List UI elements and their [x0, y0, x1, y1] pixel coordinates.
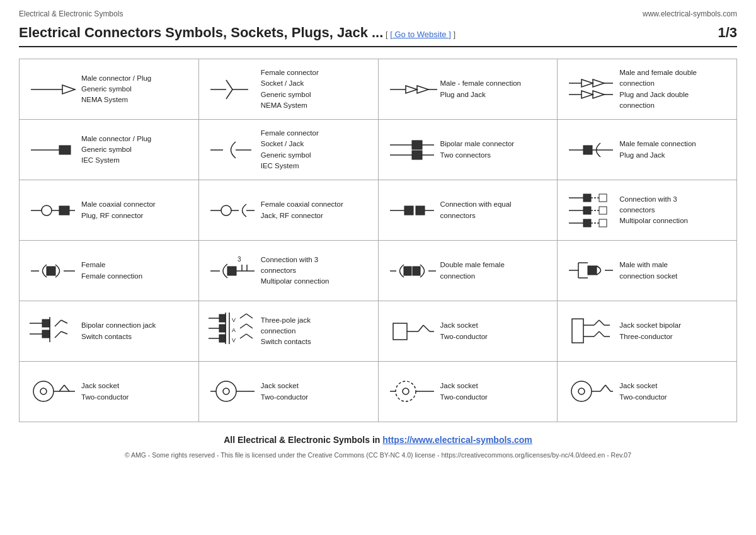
svg-point-131 [578, 388, 585, 394]
svg-rect-50 [583, 207, 591, 214]
title-link[interactable]: [ [ Go to Website ] ] [386, 30, 455, 39]
svg-line-120 [59, 385, 64, 391]
svg-marker-7 [406, 86, 417, 93]
cell-5-1: Bipolar connection jackSwitch contacts [20, 301, 199, 361]
cell-3-2: Female coaxial connectorJack, RF connect… [199, 180, 379, 240]
svg-line-98 [246, 314, 253, 318]
symbol-double-male-female [384, 255, 440, 287]
label-3-2: Female coaxial connectorJack, RF connect… [261, 199, 343, 221]
title-block: Electrical Connectors Symbols, Sockets, … [19, 25, 455, 41]
svg-line-83 [61, 320, 67, 323]
symbol-connection-3-multipolar [563, 188, 619, 233]
symbol-bipolar-male [384, 134, 440, 166]
svg-line-85 [61, 331, 67, 334]
svg-line-102 [246, 334, 253, 338]
svg-line-134 [605, 385, 610, 391]
svg-line-106 [423, 325, 430, 331]
svg-rect-67 [404, 267, 411, 275]
svg-line-115 [599, 331, 604, 337]
cell-4-2: 3 Connection with 3connectorsMultipolar … [199, 241, 379, 301]
cell-5-2: V A V Three-pole jackconnectionSwitch co… [199, 301, 379, 361]
svg-marker-15 [581, 91, 593, 98]
svg-line-84 [55, 331, 61, 338]
symbol-male-female-iec [563, 137, 619, 163]
svg-point-122 [216, 381, 236, 401]
svg-rect-35 [59, 206, 69, 215]
svg-rect-108 [572, 319, 583, 343]
svg-point-33 [42, 205, 52, 216]
cell-4-1: FemaleFemale connection [20, 241, 199, 301]
cell-6-1: Jack socketTwo-conductor [20, 362, 199, 422]
label-1-2: Female connectorSocket / JackGeneric sym… [261, 67, 319, 111]
cell-6-2: Jack socketTwo-conductor [199, 362, 379, 422]
svg-point-127 [403, 388, 409, 394]
svg-rect-54 [583, 219, 591, 227]
label-2-3: Bipolar male connectorTwo connectors [440, 139, 515, 161]
symbol-double-connection [563, 72, 619, 106]
symbol-jack-socket-bipolar [563, 314, 619, 348]
footer-link[interactable]: https://www.electrical-symbols.com [382, 435, 532, 445]
header-bar: Electrical & Electronic Symbols www.elec… [19, 9, 737, 18]
symbol-jack-socket-2cond [384, 316, 440, 347]
cell-3-3: Connection with equalconnectors [379, 180, 558, 240]
svg-marker-11 [581, 79, 593, 87]
grid-row-4: FemaleFemale connection 3 Connection wit… [20, 241, 736, 301]
cell-3-4: Connection with 3connectorsMultipolar co… [558, 180, 736, 240]
symbol-male-male-socket [563, 253, 619, 288]
grid-row-6: Jack socketTwo-conductor Jack socketTwo-… [20, 362, 736, 422]
svg-rect-89 [219, 325, 226, 332]
svg-text:V: V [232, 317, 236, 323]
symbol-bipolar-jack-switch [25, 314, 81, 348]
grid-row-5: Bipolar connection jackSwitch contacts [20, 301, 736, 362]
symbol-female-coaxial [204, 198, 261, 223]
symbol-jack-socket-dashed [384, 374, 440, 409]
svg-marker-16 [593, 91, 604, 98]
svg-rect-87 [219, 314, 226, 322]
grid-row-2: Male connector / PlugGeneric symbolIEC S… [20, 120, 736, 180]
title-row: Electrical Connectors Symbols, Sockets, … [19, 25, 737, 47]
cell-3-1: Male coaxial connectorPlug, RF connector [20, 180, 199, 240]
label-2-2: Female connectorSocket / JackGeneric sym… [261, 128, 319, 171]
svg-text:A: A [232, 327, 236, 333]
svg-line-99 [240, 324, 246, 328]
page-number: 1/3 [718, 25, 737, 41]
label-1-1: Male connector / PlugGeneric symbolNEMA … [81, 73, 151, 106]
svg-rect-58 [47, 267, 55, 275]
label-4-4: Male with maleconnection socket [619, 260, 677, 282]
cell-2-2: Female connectorSocket / JackGeneric sym… [199, 120, 379, 180]
label-3-1: Male coaxial connectorPlug, RF connector [81, 199, 156, 221]
cell-2-4: Male female connectionPlug and Jack [558, 120, 736, 180]
symbol-jack-socket-round2 [204, 374, 261, 409]
label-6-4: Jack socketTwo-conductor [619, 381, 667, 403]
svg-rect-26 [412, 151, 422, 159]
svg-point-117 [33, 381, 54, 401]
svg-rect-52 [599, 207, 607, 214]
svg-point-130 [571, 381, 592, 401]
svg-rect-46 [583, 194, 591, 202]
svg-marker-1 [62, 85, 75, 94]
symbol-male-iec [25, 137, 81, 163]
goto-link[interactable]: [ Go to Website ] [390, 30, 451, 39]
svg-text:V: V [232, 337, 236, 343]
symbol-female-nema [204, 74, 261, 105]
header-left: Electrical & Electronic Symbols [19, 9, 123, 18]
svg-line-105 [418, 325, 423, 331]
symbol-female-connection [25, 258, 81, 284]
svg-point-126 [396, 381, 416, 401]
cell-4-4: Male with maleconnection socket [558, 241, 736, 301]
cell-6-3: Jack socketTwo-conductor [379, 362, 558, 422]
svg-rect-91 [219, 335, 226, 342]
svg-marker-12 [593, 79, 604, 87]
footer-text: All Electrical & Electronic Symbols in [224, 435, 382, 445]
cell-5-3: Jack socketTwo-conductor [379, 301, 558, 361]
header-right: www.electrical-symbols.com [643, 9, 737, 18]
copyright-text: © AMG - Some rights reserved - This file… [19, 451, 737, 459]
svg-rect-56 [599, 219, 607, 227]
label-4-1: FemaleFemale connection [81, 260, 142, 282]
cell-2-1: Male connector / PlugGeneric symbolIEC S… [20, 120, 199, 180]
symbol-three-pole-jack: V A V [204, 311, 261, 352]
svg-rect-103 [393, 323, 407, 340]
svg-rect-62 [227, 267, 236, 275]
svg-line-4 [226, 80, 232, 89]
symbol-male-coaxial [25, 198, 81, 223]
